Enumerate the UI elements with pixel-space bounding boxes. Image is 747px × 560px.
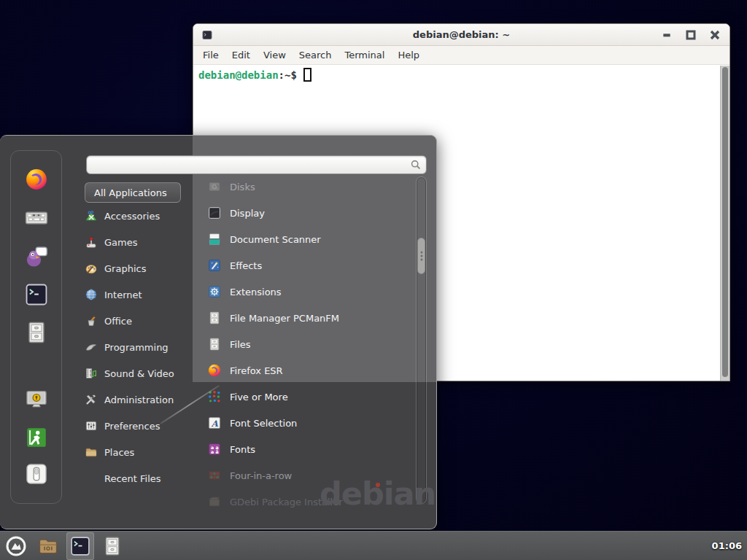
maximize-button[interactable] <box>684 28 698 42</box>
app-extensions[interactable]: Extensions <box>207 279 411 305</box>
four-in-a-row-icon <box>207 468 222 483</box>
menu-logo-icon <box>5 535 27 557</box>
favorites-panel <box>10 150 62 504</box>
terminal-menu-item[interactable]: Terminal <box>338 47 391 63</box>
category-programming[interactable]: Programming <box>85 334 194 360</box>
category-preferences[interactable]: Preferences <box>85 413 194 439</box>
terminal-menubar: FileEditViewSearchTerminalHelp <box>193 46 729 65</box>
prompt-user: debian@debian <box>198 69 279 81</box>
terminal-cursor <box>303 68 311 82</box>
firefox-icon <box>24 167 49 192</box>
view-menu-item[interactable]: View <box>257 47 293 63</box>
category-administration[interactable]: Administration <box>85 386 194 413</box>
category-recent-files[interactable]: Recent Files <box>85 465 194 491</box>
minimize-button[interactable] <box>659 28 674 42</box>
app-list: Disks Display Document Scanner Effects E… <box>207 174 411 515</box>
category-list: All Applications Accessories Games Graph… <box>85 182 194 491</box>
search-input[interactable] <box>86 155 427 174</box>
session-button-shutdown[interactable] <box>24 462 49 486</box>
clock[interactable]: 01:06 <box>712 540 742 551</box>
category-sound-video[interactable]: Sound & Video <box>85 360 194 386</box>
document-scanner-icon <box>207 232 222 246</box>
debian-watermark-dot-icon <box>376 483 380 487</box>
app-fonts[interactable]: a aa å Fonts <box>207 436 411 462</box>
office-icon <box>85 314 98 327</box>
search-menu-item[interactable]: Search <box>293 47 338 63</box>
taskbar-launcher-files[interactable] <box>98 532 126 560</box>
file-cabinet-icon <box>207 337 222 351</box>
preferences-icon <box>85 419 98 432</box>
terminal-scrollbar[interactable] <box>720 66 729 381</box>
help-menu-item[interactable]: Help <box>391 47 426 63</box>
application-menu: All Applications Accessories Games Graph… <box>0 135 437 529</box>
session-button-lock-screen[interactable] <box>24 387 49 412</box>
file-cabinet-icon <box>207 311 222 325</box>
category-graphics[interactable]: Graphics <box>85 255 194 281</box>
edit-menu-item[interactable]: Edit <box>225 47 257 63</box>
shutdown-icon <box>24 462 49 486</box>
logout-icon <box>24 425 49 450</box>
app-firefox-esr[interactable]: Firefox ESR <box>207 357 411 384</box>
firefox-icon <box>207 363 222 378</box>
system-tray: 01:06 <box>676 540 747 553</box>
file-cabinet-icon <box>101 535 123 557</box>
app-file-manager-pcmanfm[interactable]: File Manager PCManFM <box>207 305 411 331</box>
terminal-scrollbar-thumb[interactable] <box>722 67 728 377</box>
internet-icon <box>85 288 98 301</box>
app-files[interactable]: Files <box>207 331 411 357</box>
places-icon <box>85 446 98 459</box>
disks-icon <box>207 179 222 194</box>
taskbar: 01:06 <box>0 531 747 560</box>
blank-icon <box>85 472 98 485</box>
file-menu-item[interactable]: File <box>196 47 225 63</box>
app-font-selection[interactable]: A Font Selection <box>207 410 411 436</box>
pidgin-icon <box>24 244 49 269</box>
effects-icon <box>207 258 222 273</box>
favorite-pidgin[interactable] <box>24 244 49 269</box>
app-document-scanner[interactable]: Document Scanner <box>207 226 411 252</box>
games-icon <box>85 236 98 249</box>
favorite-firefox[interactable] <box>24 167 49 192</box>
favorite-files[interactable] <box>24 320 49 345</box>
category-all-applications[interactable]: All Applications <box>85 182 181 203</box>
tray-icon-volume[interactable] <box>694 540 708 553</box>
terminal-icon <box>69 535 91 557</box>
display-icon <box>207 206 222 220</box>
session-button-logout[interactable] <box>24 425 49 450</box>
taskbar-launcher-terminal[interactable] <box>66 532 94 560</box>
category-games[interactable]: Games <box>85 229 194 255</box>
font-selection-icon: A <box>207 416 222 430</box>
scrollbar-grip-icon <box>420 252 422 261</box>
folder-icon <box>37 535 59 557</box>
app-list-scrollbar[interactable] <box>416 176 427 504</box>
svg-text:A: A <box>211 419 219 429</box>
app-effects[interactable]: Effects <box>207 252 411 279</box>
taskbar-launcher-menu[interactable] <box>2 532 30 560</box>
app-disks[interactable]: Disks <box>207 174 411 200</box>
fonts-icon: a aa å <box>207 442 222 456</box>
category-internet[interactable]: Internet <box>85 281 194 308</box>
graphics-icon <box>85 262 98 275</box>
category-office[interactable]: Office <box>85 308 194 334</box>
keyboard-icon <box>24 206 49 230</box>
extensions-icon <box>207 284 222 299</box>
favorite-keyboard[interactable] <box>24 206 49 230</box>
close-button[interactable] <box>708 28 722 42</box>
prompt-suffix: :~$ <box>279 69 297 81</box>
app-five-or-more[interactable]: Five or More <box>207 384 411 410</box>
category-places[interactable]: Places <box>85 439 194 465</box>
taskbar-launcher-file-manager[interactable] <box>34 532 62 560</box>
favorite-terminal[interactable] <box>24 282 49 307</box>
lock-screen-icon <box>24 387 49 412</box>
terminal-title: debian@debian: ~ <box>193 29 729 40</box>
terminal-icon <box>24 282 49 307</box>
accessories-icon <box>85 209 98 222</box>
terminal-titlebar[interactable]: debian@debian: ~ <box>193 24 729 46</box>
app-list-scrollbar-thumb[interactable] <box>417 238 425 274</box>
tray-icon-network[interactable] <box>676 540 689 553</box>
svg-text:a å: a å <box>211 449 219 454</box>
category-accessories[interactable]: Accessories <box>85 203 194 229</box>
administration-icon <box>85 393 98 406</box>
file-cabinet-icon <box>24 320 49 345</box>
app-display[interactable]: Display <box>207 200 411 226</box>
